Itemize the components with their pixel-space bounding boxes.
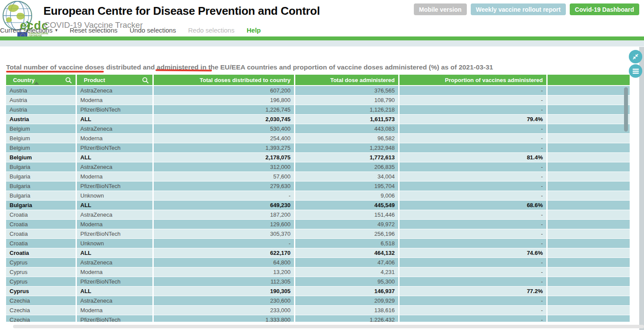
cell-country[interactable]: Czechia [6,306,76,315]
cell-administered[interactable]: 4,231 [295,267,398,277]
table-row[interactable]: BulgariaAstraZeneca312,000206,835- [6,162,630,172]
cell-proportion[interactable]: 79.4% [400,115,546,124]
cell-product[interactable]: ALL [77,287,152,296]
cell-distributed[interactable]: 279,630 [154,182,294,191]
cell-spacer[interactable] [548,201,630,210]
table-row[interactable]: CyprusALL190,305146,93777.2% [6,287,630,296]
cell-administered[interactable]: 1,126,218 [295,105,398,115]
column-header-product[interactable]: Product [77,75,152,86]
cell-administered[interactable]: 195,704 [295,182,398,191]
cell-product[interactable]: AstraZeneca [77,210,152,220]
cell-administered[interactable]: 47,406 [295,258,398,267]
cell-distributed[interactable]: 622,170 [154,248,294,258]
cell-product[interactable]: Moderna [77,172,152,182]
cell-country[interactable]: Cyprus [6,287,76,296]
table-row[interactable]: CyprusPfizer/BioNTech112,30595,300- [6,277,630,287]
cell-administered[interactable]: 138,616 [295,306,398,315]
cell-product[interactable]: AstraZeneca [77,296,152,306]
cell-administered[interactable]: 445,549 [295,201,398,210]
menu-redo-selections[interactable]: Redo selections [188,26,234,34]
cell-country[interactable]: Bulgaria [6,162,76,172]
cell-country[interactable]: Cyprus [6,267,76,277]
cell-proportion[interactable]: - [400,96,546,105]
menu-current-selections[interactable]: Current selections ▾ [0,26,57,34]
cell-proportion[interactable]: - [400,162,546,172]
table-row[interactable]: BelgiumALL2,178,0751,772,61381.4% [6,153,630,162]
cell-spacer[interactable] [548,86,630,96]
column-header-distributed[interactable]: Total doses distributed to country [154,75,294,86]
cell-distributed[interactable]: - [154,239,294,248]
cell-administered[interactable]: 376,565 [295,86,398,96]
cell-administered[interactable]: 1,772,613 [295,153,398,162]
cell-country[interactable]: Austria [6,105,76,115]
search-icon[interactable] [142,77,149,84]
cell-product[interactable]: Pfizer/BioNTech [77,143,152,153]
cell-administered[interactable]: 9,006 [295,191,398,201]
cell-country[interactable]: Belgium [6,124,76,134]
table-row[interactable]: CzechiaAstraZeneca230,600209,929- [6,296,630,306]
cell-administered[interactable]: 206,835 [295,162,398,172]
cell-country[interactable]: Czechia [6,296,76,306]
cell-product[interactable]: Moderna [77,134,152,143]
cell-proportion[interactable]: - [400,124,546,134]
cell-product[interactable]: AstraZeneca [77,162,152,172]
cell-product[interactable]: Moderna [77,267,152,277]
table-vertical-scrollbar[interactable] [624,87,628,132]
cell-product[interactable]: AstraZeneca [77,86,152,96]
cell-product[interactable]: ALL [77,201,152,210]
cell-spacer[interactable] [548,296,630,306]
table-row[interactable]: CzechiaPfizer/BioNTech1,333,8001,226,432… [6,315,630,322]
cell-proportion[interactable]: - [400,239,546,248]
cell-product[interactable]: Pfizer/BioNTech [77,105,152,115]
search-icon[interactable] [65,77,72,84]
cell-distributed[interactable]: 57,600 [154,172,294,182]
cell-administered[interactable]: 464,132 [295,248,398,258]
table-row[interactable]: CroatiaPfizer/BioNTech305,370256,196- [6,229,630,239]
cell-spacer[interactable] [548,267,630,277]
table-row[interactable]: BulgariaALL649,230445,54968.6% [6,201,630,210]
cell-proportion[interactable]: - [400,143,546,153]
cell-spacer[interactable] [548,134,630,143]
cell-proportion[interactable]: - [400,182,546,191]
cell-distributed[interactable]: 190,305 [154,287,294,296]
cell-proportion[interactable]: 77.2% [400,287,546,296]
column-header-administered[interactable]: Total dose administered [295,75,398,86]
menu-reset-selections[interactable]: Reset selections [69,26,117,34]
cell-administered[interactable]: 256,196 [295,229,398,239]
cell-distributed[interactable]: 64,800 [154,258,294,267]
cell-product[interactable]: Unknown [77,239,152,248]
cell-distributed[interactable]: 187,200 [154,210,294,220]
cell-proportion[interactable]: - [400,220,546,229]
cell-product[interactable]: Moderna [77,96,152,105]
cell-administered[interactable]: 6,518 [295,239,398,248]
cell-country[interactable]: Croatia [6,248,76,258]
cell-administered[interactable]: 151,446 [295,210,398,220]
cell-administered[interactable]: 108,790 [295,96,398,105]
cell-proportion[interactable]: - [400,210,546,220]
table-row[interactable]: AustriaAstraZeneca607,200376,565- [6,86,630,96]
menu-help[interactable]: Help [247,26,261,34]
cell-distributed[interactable]: 312,000 [154,162,294,172]
cell-administered[interactable]: 95,300 [295,277,398,287]
cell-spacer[interactable] [548,172,630,182]
cell-country[interactable]: Cyprus [6,277,76,287]
cell-spacer[interactable] [548,220,630,229]
cell-country[interactable]: Croatia [6,210,76,220]
cell-country[interactable]: Croatia [6,220,76,229]
cell-spacer[interactable] [548,153,630,162]
cell-product[interactable]: Pfizer/BioNTech [77,229,152,239]
cell-proportion[interactable]: - [400,172,546,182]
cell-proportion[interactable]: - [400,277,546,287]
cell-product[interactable]: Pfizer/BioNTech [77,182,152,191]
cell-distributed[interactable]: 1,226,745 [154,105,294,115]
table-row[interactable]: CyprusModerna13,2004,231- [6,267,630,277]
cell-spacer[interactable] [548,229,630,239]
cell-product[interactable]: Unknown [77,191,152,201]
weekly-rollout-report-button[interactable]: Weekly vaccine rollout report [471,3,566,15]
cell-distributed[interactable]: 305,370 [154,229,294,239]
cell-country[interactable]: Austria [6,86,76,96]
table-row[interactable]: BelgiumAstraZeneca530,400443,083- [6,124,630,134]
cell-proportion[interactable]: - [400,258,546,267]
table-row[interactable]: BulgariaUnknown-9,006- [6,191,630,201]
cell-distributed[interactable]: 1,393,275 [154,143,294,153]
